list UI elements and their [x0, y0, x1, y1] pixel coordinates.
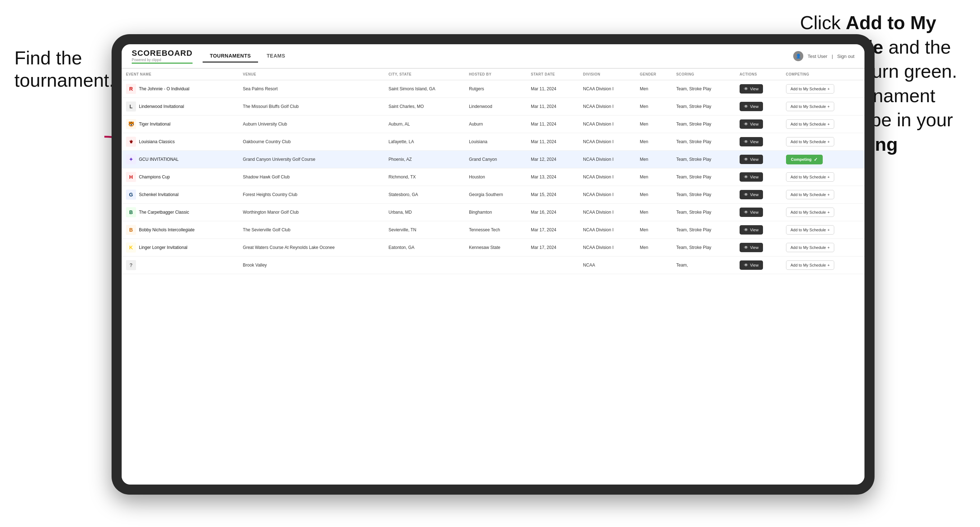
- event-name-cell: R The Johnnie - O Individual: [122, 80, 239, 98]
- tournaments-table: EVENT NAME VENUE CITY, STATE HOSTED BY S…: [122, 69, 864, 274]
- event-name-text: Bobby Nichols Intercollegiate: [139, 227, 195, 232]
- tab-teams[interactable]: TEAMS: [259, 50, 293, 63]
- competing-button[interactable]: Competing ✓: [786, 155, 823, 164]
- add-schedule-label: Add to My Schedule: [791, 263, 826, 267]
- scoring-cell: Team,: [672, 257, 735, 274]
- city-state-cell: Eatonton, GA: [384, 239, 464, 257]
- view-button[interactable]: 👁 View: [740, 243, 763, 252]
- event-name-text: Champions Cup: [139, 175, 170, 179]
- add-schedule-button[interactable]: Add to My Schedule +: [786, 190, 835, 199]
- competing-cell: Add to My Schedule +: [782, 116, 864, 133]
- division-cell: NCAA Division I: [579, 151, 636, 168]
- scoreboard-logo: SCOREBOARD Powered by clippd: [132, 49, 192, 63]
- logo-accent: [132, 63, 192, 63]
- view-button[interactable]: 👁 View: [740, 119, 763, 129]
- gender-cell: Men: [636, 186, 672, 203]
- eye-icon: 👁: [744, 192, 748, 197]
- col-header-actions: ACTIONS: [735, 69, 782, 80]
- eye-icon: 👁: [744, 157, 748, 162]
- table-row: G Schenkel Invitational Forest Heights C…: [122, 186, 864, 203]
- view-button[interactable]: 👁 View: [740, 102, 763, 111]
- view-button[interactable]: 👁 View: [740, 208, 763, 217]
- hosted-by-cell: Auburn: [465, 116, 527, 133]
- view-button[interactable]: 👁 View: [740, 155, 763, 164]
- view-button[interactable]: 👁 View: [740, 225, 763, 235]
- scoring-cell: Team, Stroke Play: [672, 221, 735, 239]
- event-name-cell: L Lindenwood Invitational: [122, 98, 239, 116]
- tab-tournaments[interactable]: TOURNAMENTS: [203, 50, 258, 63]
- add-schedule-button[interactable]: Add to My Schedule +: [786, 137, 835, 146]
- competing-cell: Add to My Schedule +: [782, 80, 864, 98]
- team-logo: 🐯: [126, 119, 136, 129]
- division-cell: NCAA Division I: [579, 116, 636, 133]
- city-state-cell: Saint Simons Island, GA: [384, 80, 464, 98]
- competing-label: Competing: [791, 157, 811, 162]
- venue-cell: Oakbourne Country Club: [239, 133, 384, 151]
- table-row: ✦ GCU INVITATIONAL Grand Canyon Universi…: [122, 151, 864, 168]
- table-row: B Bobby Nichols Intercollegiate The Sevi…: [122, 221, 864, 239]
- venue-cell: The Missouri Bluffs Golf Club: [239, 98, 384, 116]
- add-schedule-button[interactable]: Add to My Schedule +: [786, 84, 835, 94]
- add-schedule-button[interactable]: Add to My Schedule +: [786, 172, 835, 182]
- start-date-cell: Mar 11, 2024: [527, 80, 579, 98]
- venue-cell: Sea Palms Resort: [239, 80, 384, 98]
- plus-icon: +: [827, 87, 830, 91]
- hosted-by-cell: Grand Canyon: [465, 151, 527, 168]
- view-button[interactable]: 👁 View: [740, 84, 763, 94]
- view-button[interactable]: 👁 View: [740, 260, 763, 270]
- plus-icon: +: [827, 228, 830, 232]
- right-annotation-plain: Click: [800, 12, 846, 33]
- start-date-cell: Mar 15, 2024: [527, 186, 579, 203]
- gender-cell: Men: [636, 80, 672, 98]
- add-schedule-button[interactable]: Add to My Schedule +: [786, 102, 835, 111]
- hosted-by-cell: Lindenwood: [465, 98, 527, 116]
- hosted-by-cell: Louisiana: [465, 133, 527, 151]
- event-name-text: Louisiana Classics: [139, 139, 175, 144]
- event-name-cell: ⚜ Louisiana Classics: [122, 133, 239, 151]
- add-schedule-button[interactable]: Add to My Schedule +: [786, 208, 835, 217]
- add-schedule-button[interactable]: Add to My Schedule +: [786, 119, 835, 129]
- event-name-cell: G Schenkel Invitational: [122, 186, 239, 203]
- team-logo: B: [126, 207, 136, 217]
- eye-icon: 👁: [744, 245, 748, 250]
- separator: |: [832, 54, 833, 59]
- gender-cell: Men: [636, 98, 672, 116]
- plus-icon: +: [827, 245, 830, 250]
- add-schedule-button[interactable]: Add to My Schedule +: [786, 225, 835, 235]
- event-name-cell: ?: [122, 257, 239, 274]
- event-name-text: GCU INVITATIONAL: [139, 157, 178, 162]
- add-schedule-label: Add to My Schedule: [791, 175, 826, 179]
- sign-out-link[interactable]: Sign out: [837, 54, 854, 59]
- actions-cell: 👁 View: [735, 168, 782, 186]
- start-date-cell: Mar 11, 2024: [527, 116, 579, 133]
- start-date-cell: Mar 12, 2024: [527, 151, 579, 168]
- add-schedule-button[interactable]: Add to My Schedule +: [786, 243, 835, 252]
- city-state-cell: Saint Charles, MO: [384, 98, 464, 116]
- scoring-cell: Team, Stroke Play: [672, 239, 735, 257]
- competing-cell: Add to My Schedule +: [782, 203, 864, 221]
- col-header-gender: GENDER: [636, 69, 672, 80]
- venue-cell: Auburn University Club: [239, 116, 384, 133]
- venue-cell: Great Waters Course At Reynolds Lake Oco…: [239, 239, 384, 257]
- gender-cell: [636, 257, 672, 274]
- team-logo: H: [126, 172, 136, 182]
- event-name-cell: K Linger Longer Invitational: [122, 239, 239, 257]
- venue-cell: Forest Heights Country Club: [239, 186, 384, 203]
- city-state-cell: Urbana, MD: [384, 203, 464, 221]
- scoring-cell: Team, Stroke Play: [672, 116, 735, 133]
- check-icon: ✓: [814, 157, 818, 162]
- actions-cell: 👁 View: [735, 98, 782, 116]
- eye-icon: 👁: [744, 175, 748, 179]
- eye-icon: 👁: [744, 263, 748, 268]
- table-row: L Lindenwood Invitational The Missouri B…: [122, 98, 864, 116]
- view-button[interactable]: 👁 View: [740, 172, 763, 182]
- plus-icon: +: [827, 122, 830, 126]
- start-date-cell: Mar 17, 2024: [527, 239, 579, 257]
- add-schedule-button[interactable]: Add to My Schedule +: [786, 260, 835, 270]
- scoring-cell: Team, Stroke Play: [672, 203, 735, 221]
- view-button[interactable]: 👁 View: [740, 190, 763, 199]
- view-button[interactable]: 👁 View: [740, 137, 763, 146]
- eye-icon: 👁: [744, 122, 748, 127]
- team-logo: ✦: [126, 154, 136, 164]
- venue-cell: The Sevierville Golf Club: [239, 221, 384, 239]
